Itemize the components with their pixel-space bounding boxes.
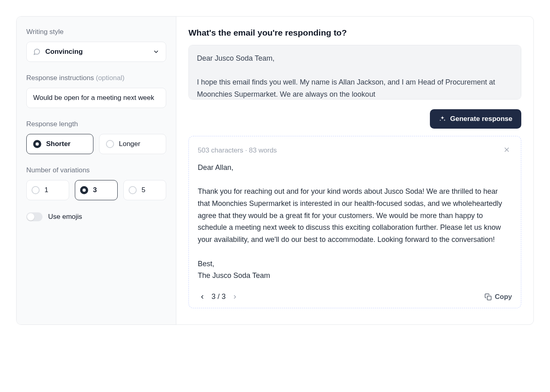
pager-next-button[interactable]	[231, 292, 239, 301]
chevron-down-icon	[153, 49, 159, 55]
response-header: 503 characters · 83 words	[198, 144, 512, 156]
app-container: Writing style Convincing Response instru…	[16, 16, 534, 325]
variations-3-label: 3	[93, 186, 97, 194]
length-option-shorter[interactable]: Shorter	[26, 134, 93, 154]
instructions-label-text: Response instructions	[26, 74, 96, 82]
copy-button[interactable]: Copy	[484, 293, 512, 301]
radio-icon	[106, 140, 114, 148]
length-options: Shorter Longer	[26, 134, 166, 154]
length-longer-label: Longer	[119, 140, 140, 148]
sidebar: Writing style Convincing Response instru…	[17, 17, 176, 324]
generate-row: Generate response	[188, 109, 521, 129]
radio-icon	[33, 140, 41, 148]
chevron-right-icon	[232, 294, 238, 300]
emojis-toggle-row: Use emojis	[26, 212, 166, 221]
variations-1-label: 1	[44, 186, 48, 194]
instructions-label: Response instructions (optional)	[26, 74, 166, 82]
writing-style-value: Convincing	[45, 48, 153, 56]
emojis-toggle[interactable]	[26, 212, 42, 221]
pager-prev-button[interactable]	[198, 292, 207, 301]
writing-style-label: Writing style	[26, 28, 166, 36]
response-stats: 503 characters · 83 words	[198, 146, 277, 155]
variations-option-3[interactable]: 3	[75, 180, 118, 200]
variations-label: Number of variations	[26, 166, 166, 174]
response-card: 503 characters · 83 words Dear Allan, Th…	[188, 136, 521, 308]
length-option-longer[interactable]: Longer	[99, 134, 166, 154]
page-title: What's the email you're responding to?	[188, 28, 521, 38]
pager-display: 3 / 3	[212, 292, 226, 301]
chevron-left-icon	[199, 294, 205, 300]
length-label: Response length	[26, 120, 166, 128]
response-pager: 3 / 3	[198, 292, 239, 301]
variations-5-label: 5	[142, 186, 145, 194]
radio-icon	[32, 186, 40, 194]
email-input-wrap	[188, 45, 521, 101]
email-input[interactable]	[188, 45, 521, 100]
response-body: Dear Allan, Thank you for reaching out a…	[198, 162, 512, 282]
svg-rect-2	[487, 296, 491, 300]
variations-option-5[interactable]: 5	[123, 180, 166, 200]
radio-icon	[129, 186, 137, 194]
radio-icon	[80, 186, 88, 194]
instructions-input[interactable]	[26, 88, 166, 108]
generate-button-label: Generate response	[450, 115, 512, 123]
writing-style-select[interactable]: Convincing	[26, 42, 166, 62]
length-shorter-label: Shorter	[46, 140, 70, 148]
variations-option-1[interactable]: 1	[26, 180, 69, 200]
copy-button-label: Copy	[495, 293, 512, 301]
generate-response-button[interactable]: Generate response	[430, 109, 521, 129]
close-icon	[503, 146, 510, 153]
main-panel: What's the email you're responding to? G…	[176, 17, 533, 324]
emojis-label: Use emojis	[48, 213, 82, 221]
speech-bubble-icon	[33, 48, 40, 55]
copy-icon	[484, 293, 492, 301]
close-response-button[interactable]	[501, 144, 512, 156]
response-footer: 3 / 3 Copy	[198, 290, 512, 301]
toggle-knob-icon	[27, 213, 34, 220]
instructions-optional-text: (optional)	[96, 74, 125, 82]
variations-options: 1 3 5	[26, 180, 166, 200]
sparkle-icon	[439, 115, 446, 123]
